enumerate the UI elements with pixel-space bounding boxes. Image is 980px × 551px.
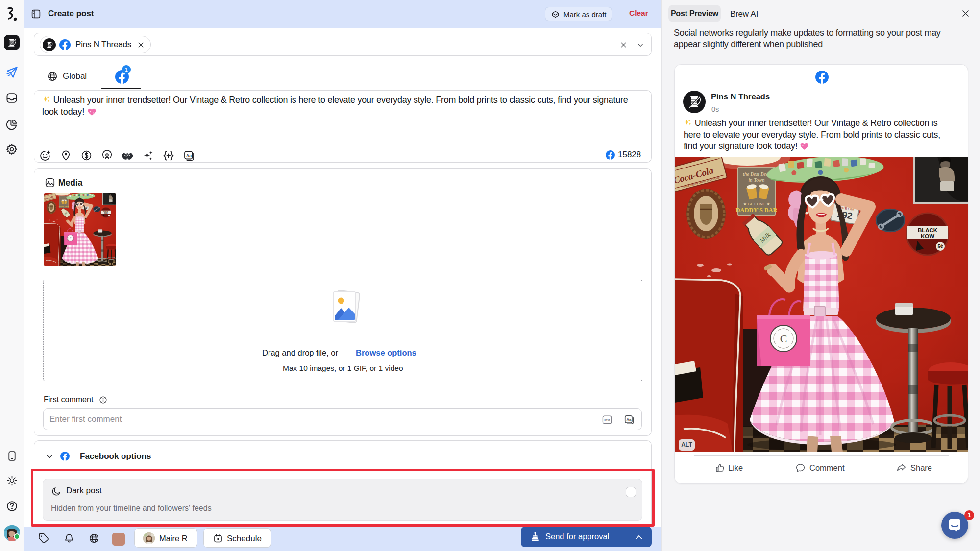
svg-text:Aa: Aa [186, 153, 192, 158]
svg-text:UTM: UTM [604, 419, 610, 422]
svg-text:Aa: Aa [627, 417, 632, 422]
